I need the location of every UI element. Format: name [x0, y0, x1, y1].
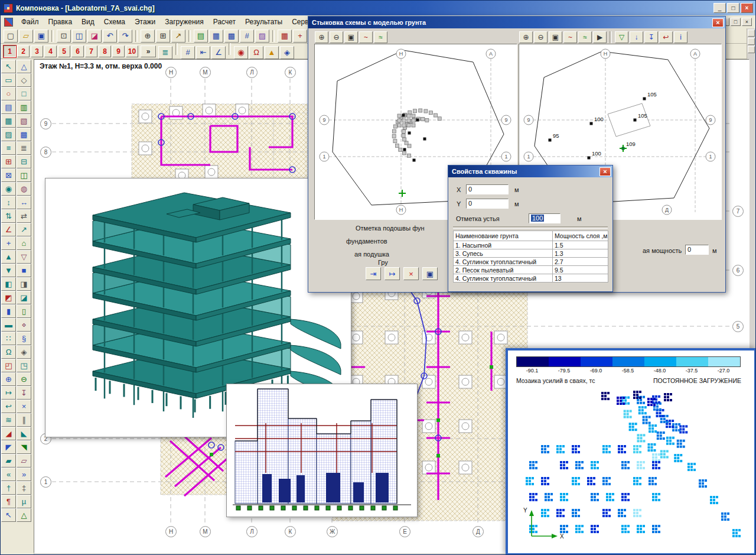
floor-2-button[interactable]: 2 [17, 46, 30, 57]
info-button[interactable]: i [674, 31, 687, 43]
palette-tool-33-button[interactable]: ◧ [1, 277, 16, 291]
palette-tool-2-button[interactable]: △ [17, 60, 31, 73]
palette-tool-36-button[interactable]: ◪ [17, 291, 31, 304]
menu-item-Расчет[interactable]: Расчет [208, 16, 240, 28]
plot-green-button[interactable]: ≈ [578, 31, 592, 43]
table-row[interactable]: 3. Супесь1.3 [454, 249, 608, 258]
move-selected-button[interactable]: ⇥ [366, 267, 381, 280]
floor-8-button[interactable]: 8 [99, 46, 111, 57]
palette-tool-30-button[interactable]: ▽ [17, 250, 31, 264]
table-row[interactable]: 4. Суглинок тугопластичный13 [454, 274, 608, 283]
menu-item-Файл[interactable]: Файл [17, 16, 44, 28]
eraser-button[interactable]: ◪ [87, 30, 102, 43]
plot-red-button[interactable]: ~ [563, 31, 577, 43]
palette-tool-34-button[interactable]: ◨ [17, 277, 31, 291]
palette-tool-29-button[interactable]: ▲ [1, 250, 16, 264]
palette-tool-54-button[interactable]: ∥ [17, 413, 31, 427]
palette-tool-14-button[interactable]: ≣ [17, 141, 31, 155]
palette-tool-7-button[interactable]: ▤ [1, 100, 16, 114]
palette-tool-11-button[interactable]: ▨ [1, 128, 16, 141]
x-input[interactable]: 0 [466, 184, 509, 194]
palette-tool-25-button[interactable]: ∠ [1, 223, 16, 236]
palette-tool-67-button[interactable]: ↖ [1, 508, 16, 522]
palette-tool-4-button[interactable]: ◇ [17, 73, 31, 87]
palette-tool-39-button[interactable]: ▬ [1, 318, 16, 332]
palette-tool-3-button[interactable]: ▭ [1, 73, 16, 87]
palette-tool-8-button[interactable]: ▥ [17, 100, 31, 114]
palette-tool-13-button[interactable]: ≡ [1, 141, 16, 155]
palette-tool-58-button[interactable]: ◥ [17, 440, 31, 454]
results-button[interactable]: ▲ [265, 46, 279, 59]
menu-item-Загружения[interactable]: Загружения [160, 16, 208, 28]
palette-tool-44-button[interactable]: ◈ [17, 345, 31, 359]
palette-tool-52-button[interactable]: × [17, 400, 31, 413]
palette-tool-12-button[interactable]: ▩ [17, 128, 31, 141]
align-left-button[interactable]: ⇤ [196, 46, 210, 59]
floor-5-button[interactable]: 5 [58, 46, 70, 57]
table-row[interactable]: 4. Суглинок тугопластичный2.7 [454, 258, 608, 266]
table-view-button[interactable]: ▦ [278, 30, 292, 43]
menu-item-Вид[interactable]: Вид [77, 16, 99, 28]
floor-1-button[interactable]: 1 [4, 46, 16, 57]
palette-tool-63-button[interactable]: † [1, 481, 16, 495]
menu-item-Схема[interactable]: Схема [99, 16, 130, 28]
floor-7-button[interactable]: 7 [85, 46, 97, 57]
palette-tool-10-button[interactable]: ▧ [17, 114, 31, 128]
palette-tool-24-button[interactable]: ⇄ [17, 209, 31, 223]
menu-item-Правка[interactable]: Правка [44, 16, 77, 28]
palette-tool-17-button[interactable]: ⊠ [1, 168, 16, 182]
zoom-window-button[interactable]: ⊞ [156, 30, 170, 43]
mdi-restore-icon[interactable]: □ [731, 18, 741, 26]
floor-9-button[interactable]: 9 [112, 46, 125, 57]
arrow-down-button[interactable]: ↓ [630, 31, 643, 43]
palette-tool-68-button[interactable]: △ [17, 508, 31, 522]
plot-red-button[interactable]: ~ [359, 31, 373, 43]
palette-tool-27-button[interactable]: + [1, 236, 16, 250]
palette-tool-47-button[interactable]: ⊕ [1, 372, 16, 386]
zoom-in-button[interactable]: ⊕ [141, 30, 155, 43]
restore-icon[interactable]: □ [727, 3, 739, 13]
minimize-icon[interactable]: _ [713, 3, 726, 13]
palette-tool-9-button[interactable]: ▦ [1, 114, 16, 128]
palette-tool-59-button[interactable]: ▰ [1, 454, 16, 468]
probe-button[interactable]: ▽ [615, 31, 628, 43]
palette-tool-35-button[interactable]: ◩ [1, 291, 16, 304]
menu-item-Этажи[interactable]: Этажи [130, 16, 160, 28]
palette-tool-15-button[interactable]: ⊞ [1, 155, 16, 168]
palette-tool-43-button[interactable]: Ω [1, 345, 16, 359]
palette-tool-64-button[interactable]: ‡ [17, 481, 31, 495]
grid-hash-button[interactable]: # [240, 30, 254, 43]
palette-tool-1-button[interactable]: ↖ [1, 60, 16, 73]
elevation-window[interactable] [226, 384, 418, 517]
y-input[interactable]: 0 [466, 199, 509, 209]
close-icon[interactable]: × [741, 3, 753, 13]
palette-tool-53-button[interactable]: ≋ [1, 413, 16, 427]
mdi-close-icon[interactable]: × [742, 18, 752, 26]
arrow-down-bar-button[interactable]: ↧ [644, 31, 658, 43]
zoom-out-button[interactable]: ⊖ [534, 31, 548, 43]
palette-tool-6-button[interactable]: □ [17, 87, 31, 100]
table-row[interactable]: 2. Песок пылеватый9.5 [454, 266, 608, 274]
soil-layers-table[interactable]: Наименование грунтаМощность слоя ,м 1. Н… [453, 231, 608, 283]
draw-pen-button[interactable]: ↗ [171, 30, 185, 43]
palette-tool-22-button[interactable]: ↔ [17, 196, 31, 209]
zoom-extents-button[interactable]: ▣ [344, 31, 358, 43]
palette-tool-61-button[interactable]: « [1, 468, 16, 481]
open-file-button[interactable]: ▱ [19, 30, 33, 43]
pointer-button[interactable]: ▶ [593, 31, 607, 43]
palette-tool-31-button[interactable]: ▼ [1, 264, 16, 277]
undo-button[interactable]: ↶ [103, 30, 117, 43]
sum-button[interactable]: Ω [249, 46, 263, 59]
curve-back-button[interactable]: ↩ [659, 31, 673, 43]
palette-tool-20-button[interactable]: ◍ [17, 182, 31, 196]
more-floors-button[interactable]: » [141, 46, 156, 57]
dialog-title-bar[interactable]: Свойства скважины × [448, 165, 612, 177]
zoom-in-button[interactable]: ⊕ [315, 31, 328, 43]
palette-tool-19-button[interactable]: ◉ [1, 182, 16, 196]
palette-tool-65-button[interactable]: ¶ [1, 495, 16, 508]
palette-tool-41-button[interactable]: ∷ [1, 332, 16, 345]
grid-green-button[interactable]: ▤ [194, 30, 208, 43]
save-button[interactable]: ▣ [422, 267, 438, 280]
print-preview-button[interactable]: ⊡ [57, 30, 71, 43]
redo-button[interactable]: ↷ [118, 30, 132, 43]
